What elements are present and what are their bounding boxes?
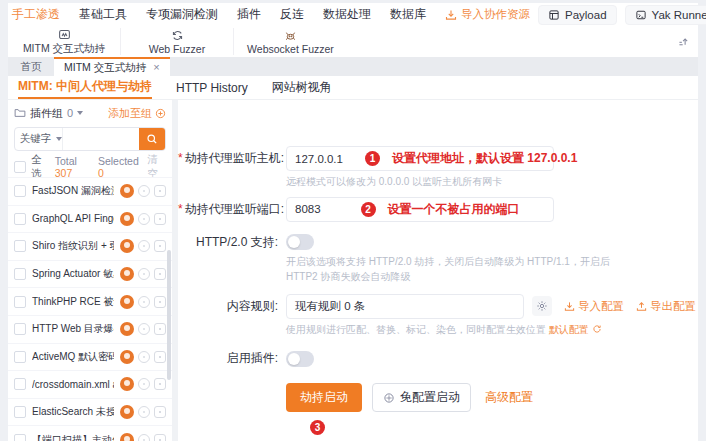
circle-badge-icon [138,296,150,308]
plugin-list-item[interactable]: Shiro 指纹识别 + 弱密码检测 [8,233,172,261]
select-all-checkbox[interactable] [14,161,26,173]
keyword-filter-dropdown[interactable]: 关键字 [15,128,63,150]
port-value: 8083 [295,203,321,215]
tab-home[interactable]: 首页 [8,57,54,76]
port-input[interactable]: 8083 2 设置一个不被占用的端口 [286,197,554,222]
websocket-fuzzer-icon [284,29,297,42]
plugin-list-item[interactable]: ThinkPHP RCE 被动扫描 [8,288,172,316]
annotation-note-1: 设置代理地址，默认设置 127.0.0.1 [392,150,577,167]
menubar: 手工渗透 基础工具 专项漏洞检测 插件 反连 数据处理 数据库 导入协作资源 P… [8,3,698,26]
export-config-button[interactable]: 导出配置 [636,299,696,314]
plugin-list-item[interactable]: GraphQL API Fingerprint Che... [8,206,172,234]
sidebar-scrollbar[interactable] [167,250,171,380]
avatar-icon [120,239,134,253]
plugin-checkbox[interactable] [14,240,26,252]
circle-badge-icon [138,213,150,225]
plugin-list-item[interactable]: HTTP Web 目录爆破：敏感... [8,316,172,344]
rules-label: 内容规则: [178,298,278,315]
port-label: 劫持代理监听端口: [185,202,284,216]
subnav-item-websocket-fuzzer[interactable]: Websocket Fuzzer [234,28,347,55]
default-config-link[interactable]: 默认配置 [549,322,602,338]
plugin-name: GraphQL API Fingerprint Che... [32,213,114,224]
plugin-list-item[interactable]: /crossdomain.xml allow-acce... [8,371,172,399]
chevron-down-icon[interactable] [77,111,83,115]
plugin-list-item[interactable]: Spring Actuator 敏感信息泄漏 [8,261,172,289]
menu-item-manual-pentest[interactable]: 手工渗透 [12,6,60,23]
rules-settings-button[interactable] [532,296,552,316]
plugin-checkbox[interactable] [14,185,26,197]
subnav-item-mitm[interactable]: MITM 交互式劫持 [8,28,121,55]
import-config-button[interactable]: 导入配置 [564,299,624,314]
web-fuzzer-icon [171,29,184,42]
plugin-checkbox[interactable] [14,378,26,390]
square-badge-icon [154,296,166,308]
add-to-group-button[interactable]: 添加至组 [108,106,166,121]
plugin-list-item[interactable]: 【端口扫描】主动信息探测 [8,426,172,441]
page-tabs: MITM: 中间人代理与劫持 HTTP History 网站树视角 [8,76,698,100]
no-config-icon [383,392,395,404]
menu-item-reverse-conn[interactable]: 反连 [280,6,304,23]
no-config-start-button[interactable]: 免配置启动 [372,383,471,412]
http2-toggle[interactable] [286,234,314,250]
total-label: Total 307 [55,155,93,179]
plugin-checkbox[interactable] [14,323,26,335]
tab-mitm[interactable]: MITM 交互式劫持 × [54,57,170,76]
plugin-checkbox[interactable] [14,406,26,418]
host-input[interactable]: 127.0.0.1 1 设置代理地址，默认设置 127.0.0.1 [286,146,554,171]
advanced-config-link[interactable]: 高级配置 [485,389,533,406]
menu-item-plugins[interactable]: 插件 [237,6,261,23]
enable-plugins-toggle[interactable] [286,351,314,367]
plugin-name: ActiveMQ 默认密码检查 [32,350,114,364]
plugin-checkbox[interactable] [14,351,26,363]
menu-item-data-process[interactable]: 数据处理 [323,6,371,23]
menu-item-vuln-detect[interactable]: 专项漏洞检测 [146,6,218,23]
plugin-checkbox[interactable] [14,213,26,225]
avatar-icon [120,405,134,419]
plugin-group-label[interactable]: 插件组 [30,106,63,121]
host-label: 劫持代理监听主机: [185,151,284,165]
plugin-list-item[interactable]: ActiveMQ 默认密码检查 [8,344,172,372]
port-row: *劫持代理监听端口: 8083 2 设置一个不被占用的端口 [178,197,698,222]
annotation-badge-3: 3 [310,420,325,435]
plugin-name: ThinkPHP RCE 被动扫描 [32,295,114,309]
app-window: 手工渗透 基础工具 专项漏洞检测 插件 反连 数据处理 数据库 导入协作资源 P… [8,3,698,441]
avatar-icon [120,322,134,336]
close-icon[interactable]: × [153,62,159,73]
tab-website-tree[interactable]: 网站树视角 [272,76,332,99]
rules-value: 现有规则 0 条 [295,299,365,314]
plugin-checkbox[interactable] [14,296,26,308]
menu-item-basic-tools[interactable]: 基础工具 [79,6,127,23]
annotation-badge-1: 1 [365,151,380,166]
square-badge-icon [154,434,166,441]
plugin-search-input[interactable] [63,128,139,150]
http2-row: HTTP/2.0 支持: [178,234,698,251]
plugin-list-item[interactable]: FastJSON 漏洞检测 via DNSL... [8,178,172,206]
square-badge-icon [154,323,166,335]
http2-label: HTTP/2.0 支持: [178,234,278,251]
import-collab-button[interactable]: 导入协作资源 [445,7,530,22]
plugin-list-item[interactable]: ElasticSearch 未授权访问 [8,399,172,427]
enable-plugins-row: 启用插件: [178,350,698,367]
payload-button[interactable]: Payload [538,5,617,25]
menubar-right: 导入协作资源 Payload Yak Runner 自定义 [445,3,706,26]
host-row: *劫持代理监听主机: 127.0.0.1 1 设置代理地址，默认设置 127.0… [178,146,698,171]
add-circle-icon [155,108,166,119]
subnav: MITM 交互式劫持 Web Fuzzer Websocket Fuzzer [8,26,698,57]
plugin-group-header: 插件组 0 添加至组 [8,100,172,126]
tab-mitm-proxy[interactable]: MITM: 中间人代理与劫持 [18,76,152,99]
avatar-icon [120,350,134,364]
plugin-select-row: 全选 Total 307 Selected 0 清空 [8,156,172,177]
subnav-item-web-fuzzer[interactable]: Web Fuzzer [121,28,234,55]
payload-icon [548,9,560,21]
menu-item-database[interactable]: 数据库 [390,6,426,23]
start-hijack-button[interactable]: 劫持启动 [286,383,362,412]
yak-runner-button[interactable]: Yak Runner [625,5,706,25]
plugin-checkbox[interactable] [14,434,26,441]
search-button[interactable] [139,128,165,150]
required-marker: * [178,151,183,165]
plugin-checkbox[interactable] [14,268,26,280]
mitm-config-form: *劫持代理监听主机: 127.0.0.1 1 设置代理地址，默认设置 127.0… [178,100,698,441]
rules-select[interactable]: 现有规则 0 条 [286,294,524,319]
expand-icon[interactable] [677,35,690,48]
tab-http-history[interactable]: HTTP History [176,76,248,99]
